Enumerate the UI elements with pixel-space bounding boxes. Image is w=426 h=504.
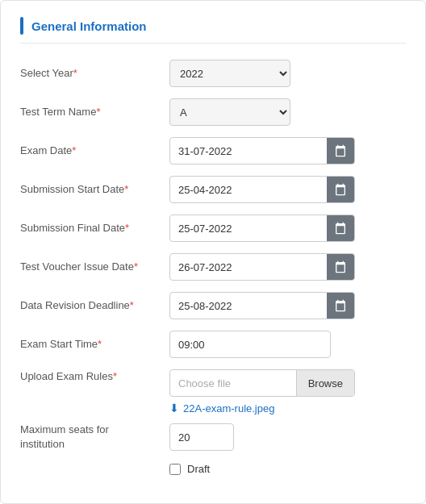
data-revision-deadline-input[interactable] <box>170 300 327 312</box>
data-revision-deadline-label: Data Revision Deadline* <box>20 298 169 313</box>
section-header: General Information <box>20 17 406 44</box>
exam-date-input[interactable] <box>170 145 327 157</box>
test-voucher-issue-date-label: Test Voucher Issue Date* <box>20 260 169 274</box>
exam-start-time-input[interactable] <box>169 331 331 358</box>
select-year-row: Select Year* 2020 2021 2022 2023 <box>20 60 406 87</box>
upload-exam-rules-control: Choose file Browse <box>169 369 406 397</box>
select-year-label: Select Year* <box>20 66 169 81</box>
submission-start-date-control <box>169 176 406 203</box>
exam-date-label: Exam Date* <box>20 144 169 158</box>
submission-final-date-control <box>169 215 406 242</box>
section-header-bar <box>20 17 23 35</box>
maximum-seats-input[interactable] <box>169 423 234 451</box>
test-voucher-issue-date-row: Test Voucher Issue Date* <box>20 253 406 281</box>
test-voucher-issue-date-input[interactable] <box>170 261 327 273</box>
submission-final-date-label: Submission Final Date* <box>20 221 169 235</box>
data-revision-deadline-input-wrap <box>169 292 355 319</box>
data-revision-deadline-calendar-button[interactable] <box>327 292 354 319</box>
general-information-card: General Information Select Year* 2020 20… <box>0 0 426 504</box>
data-revision-deadline-control <box>169 292 406 319</box>
submission-final-date-input[interactable] <box>170 223 327 235</box>
draft-label[interactable]: Draft <box>187 463 210 475</box>
submission-final-date-row: Submission Final Date* <box>20 215 406 242</box>
test-voucher-issue-date-input-wrap <box>169 253 355 281</box>
upload-exam-rules-row: Upload Exam Rules* Choose file Browse <box>20 369 406 397</box>
submission-final-date-calendar-button[interactable] <box>327 215 354 242</box>
draft-row: Draft <box>169 463 406 475</box>
test-voucher-issue-date-calendar-button[interactable] <box>327 253 354 281</box>
exam-start-time-control <box>169 331 406 358</box>
maximum-seats-control <box>169 423 406 451</box>
section-title: General Information <box>31 19 147 33</box>
test-term-name-label: Test Term Name* <box>20 105 169 119</box>
exam-start-time-row: Exam Start Time* <box>20 331 406 358</box>
download-icon: ⬇ <box>169 402 179 414</box>
calendar-icon <box>334 299 347 312</box>
browse-button[interactable]: Browse <box>296 369 354 397</box>
file-link[interactable]: 22A-exam-rule.jpeg <box>183 402 274 414</box>
calendar-icon <box>334 260 347 273</box>
submission-start-date-input[interactable] <box>170 184 327 196</box>
calendar-icon <box>334 183 347 196</box>
exam-date-calendar-button[interactable] <box>327 137 354 165</box>
file-upload-wrap: Choose file Browse <box>169 369 355 397</box>
select-year-control: 2020 2021 2022 2023 <box>169 60 406 87</box>
exam-date-control <box>169 137 406 165</box>
submission-start-date-calendar-button[interactable] <box>327 176 354 203</box>
submission-start-date-row: Submission Start Date* <box>20 176 406 203</box>
exam-start-time-label: Exam Start Time* <box>20 337 169 352</box>
select-year-dropdown[interactable]: 2020 2021 2022 2023 <box>169 60 290 87</box>
submission-start-date-label: Submission Start Date* <box>20 182 169 197</box>
exam-date-row: Exam Date* <box>20 137 406 165</box>
submission-start-date-input-wrap <box>169 176 355 203</box>
calendar-icon <box>334 144 347 157</box>
file-link-row: ⬇ 22A-exam-rule.jpeg <box>169 402 406 414</box>
maximum-seats-row: Maximum seats for institution <box>20 423 406 452</box>
exam-date-input-wrap <box>169 137 355 165</box>
test-term-name-row: Test Term Name* A B C <box>20 98 406 126</box>
test-term-name-dropdown[interactable]: A B C <box>169 98 290 126</box>
file-placeholder-text: Choose file <box>170 377 296 389</box>
data-revision-deadline-row: Data Revision Deadline* <box>20 292 406 319</box>
calendar-icon <box>334 222 347 235</box>
maximum-seats-label: Maximum seats for institution <box>20 423 169 452</box>
upload-exam-rules-label: Upload Exam Rules* <box>20 369 169 384</box>
test-term-name-control: A B C <box>169 98 406 126</box>
submission-final-date-input-wrap <box>169 215 355 242</box>
draft-checkbox[interactable] <box>169 464 181 475</box>
test-voucher-issue-date-control <box>169 253 406 281</box>
